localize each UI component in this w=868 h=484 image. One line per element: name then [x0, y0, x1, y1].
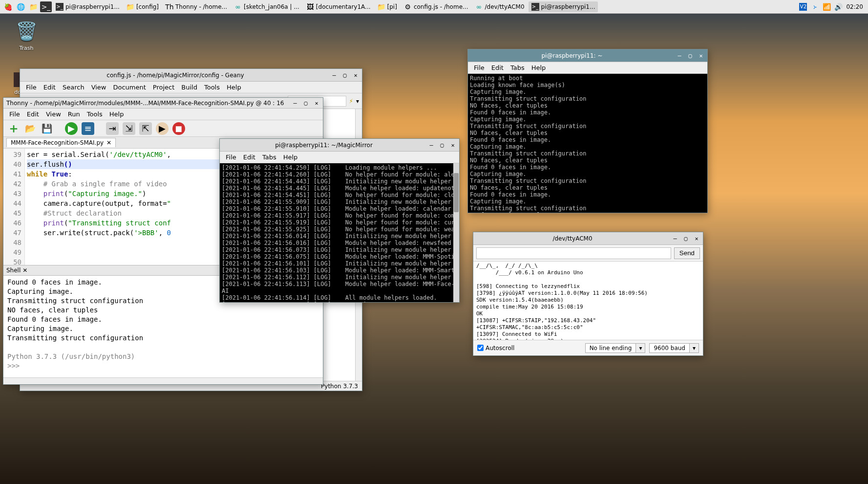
menu-search[interactable]: Search	[60, 83, 87, 92]
menu-help[interactable]: Help	[529, 63, 549, 72]
close-button[interactable]: ✕	[698, 52, 704, 59]
menu-project[interactable]: Project	[150, 83, 177, 92]
menu-edit[interactable]: Edit	[41, 83, 59, 92]
taskbar-item-geany[interactable]: ⚙ config.js - /home...	[401, 1, 471, 12]
taskbar-item-terminal-2[interactable]: >_ pi@raspberrypi1...	[529, 1, 598, 12]
close-tab-icon[interactable]: ✕	[22, 267, 27, 274]
menu-file[interactable]: File	[223, 153, 239, 162]
menu-edit[interactable]: Edit	[240, 153, 258, 162]
maximize-button[interactable]: ▢	[439, 142, 445, 149]
lightning-icon[interactable]: ⚡	[349, 98, 353, 105]
thonny-titlebar[interactable]: Thonny - /home/pi/MagicMirror/modules/MM…	[3, 98, 323, 109]
vnc-icon[interactable]: V2	[799, 3, 807, 11]
taskbar-item-pi-folder[interactable]: 📁 [pi]	[375, 1, 400, 12]
menu-help[interactable]: Help	[224, 83, 244, 92]
taskbar-item-label: /dev/ttyACM0	[485, 3, 524, 10]
minimize-button[interactable]: –	[292, 100, 298, 107]
serial-line-ending-select[interactable]: No line ending ▾	[585, 343, 646, 353]
bluetooth-icon[interactable]: ᚛	[811, 3, 819, 11]
close-button[interactable]: ✕	[313, 100, 320, 107]
serial-input[interactable]	[476, 247, 671, 259]
resume-icon[interactable]: ▶	[156, 122, 169, 135]
taskbar-item-config-folder[interactable]: 📁 [config]	[124, 1, 162, 12]
taskbar-item-terminal-1[interactable]: >_ pi@raspberrypi1...	[53, 1, 123, 12]
arduino-icon: ∞	[475, 3, 483, 11]
trash-icon[interactable]: 🗑️ Trash	[9, 20, 44, 51]
maximize-button[interactable]: ▢	[341, 72, 348, 79]
serial-autoscroll-checkbox[interactable]: Autoscroll	[477, 345, 514, 352]
step-out-icon[interactable]: ⇱	[139, 122, 152, 135]
minimize-button[interactable]: –	[676, 52, 683, 59]
terminal-magicmirror-window[interactable]: pi@raspberrypi11: ~/MagicMirror – ▢ ✕ Fi…	[219, 138, 460, 303]
clock[interactable]: 02:20	[846, 3, 863, 10]
arduino-serial-monitor-window[interactable]: /dev/ttyACM0 – ▢ ✕ Send /__/\_, /_/ /_/\…	[473, 232, 703, 356]
geany-titlebar[interactable]: config.js - /home/pi/MagicMirror/config …	[20, 69, 362, 82]
taskbar-item-serial-monitor[interactable]: ∞ /dev/ttyACM0	[472, 1, 527, 12]
wifi-icon[interactable]: 📶	[823, 3, 830, 11]
taskbar-item-thonny[interactable]: Th Thonny - /home...	[163, 1, 230, 12]
maximize-button[interactable]: ▢	[687, 52, 694, 59]
menu-tabs[interactable]: Tabs	[259, 153, 279, 162]
menu-file[interactable]: File	[6, 110, 23, 119]
taskbar-item-image[interactable]: 🖼 [documentary1A...	[303, 1, 374, 12]
menu-run[interactable]: Run	[65, 110, 83, 119]
chevron-down-icon[interactable]: ▾	[689, 344, 699, 352]
start-menu-icon[interactable]: 🍓	[2, 1, 14, 12]
terminal-1-scrollbar[interactable]	[453, 163, 459, 302]
volume-icon[interactable]: 🔊	[834, 3, 842, 11]
close-tab-icon[interactable]: ✕	[106, 139, 111, 146]
serial-body[interactable]: /__/\_, /_/ /_/\_\ /___/ v0.6.1 on Ardui…	[473, 262, 703, 340]
line-ending-value: No line ending	[586, 344, 636, 352]
new-file-icon[interactable]: ＋	[7, 122, 20, 135]
menu-edit[interactable]: Edit	[24, 110, 42, 119]
taskbar-item-label: pi@raspberrypi1...	[541, 3, 595, 10]
chevron-down-icon[interactable]: ▾	[635, 344, 645, 352]
menu-view[interactable]: View	[43, 110, 64, 119]
terminal-2-titlebar[interactable]: pi@raspberrypi11: ~ – ▢ ✕	[468, 49, 707, 62]
folder-icon: 📁	[378, 3, 385, 11]
close-button[interactable]: ✕	[449, 142, 456, 149]
terminal-home-window[interactable]: pi@raspberrypi11: ~ – ▢ ✕ File Edit Tabs…	[467, 49, 708, 213]
minimize-button[interactable]: –	[672, 235, 678, 242]
menu-document[interactable]: Document	[110, 83, 148, 92]
menu-help[interactable]: Help	[106, 110, 127, 119]
thonny-hscrollbar[interactable]	[3, 377, 323, 384]
terminal-2-body[interactable]: Running at boot Loading known face image…	[468, 74, 707, 213]
serial-baud-select[interactable]: 9600 baud ▾	[649, 343, 699, 353]
menu-tools[interactable]: Tools	[201, 83, 223, 92]
debug-icon[interactable]: ≡	[82, 122, 94, 135]
minimize-button[interactable]: –	[331, 72, 338, 79]
terminal-1-titlebar[interactable]: pi@raspberrypi11: ~/MagicMirror – ▢ ✕	[220, 139, 459, 152]
editor-tab-mmm-face[interactable]: MMM-Face-Recognition-SMAI.py ✕	[6, 138, 116, 147]
stop-icon[interactable]: ◼	[172, 122, 185, 135]
menu-help[interactable]: Help	[280, 153, 301, 162]
minimize-button[interactable]: –	[428, 142, 435, 149]
menu-edit[interactable]: Edit	[488, 63, 507, 72]
menu-view[interactable]: View	[88, 83, 109, 92]
file-manager-icon[interactable]: 📁	[27, 1, 39, 12]
terminal-1-body[interactable]: [2021-01-06 22:41:54.250] [LOG] Loading …	[220, 163, 459, 302]
save-file-icon[interactable]: 💾	[41, 122, 53, 135]
taskbar-item-arduino-sketch[interactable]: ∞ [sketch_jan06a | ...	[231, 1, 302, 12]
terminal-launcher-icon[interactable]: >_	[40, 1, 52, 12]
menu-file[interactable]: File	[471, 63, 487, 72]
autoscroll-check-icon[interactable]	[477, 345, 484, 351]
serial-send-button[interactable]: Send	[674, 247, 700, 259]
menu-file[interactable]: File	[23, 83, 40, 92]
folder-icon: 📁	[127, 3, 134, 11]
close-button[interactable]: ✕	[693, 235, 700, 242]
serial-titlebar[interactable]: /dev/ttyACM0 – ▢ ✕	[473, 232, 703, 245]
dropdown-icon[interactable]: ▾	[356, 98, 359, 105]
open-file-icon[interactable]: 📂	[24, 122, 37, 135]
menu-tools[interactable]: Tools	[84, 110, 106, 119]
step-over-icon[interactable]: ⇥	[106, 122, 119, 135]
baud-value: 9600 baud	[650, 344, 689, 352]
maximize-button[interactable]: ▢	[682, 235, 689, 242]
close-button[interactable]: ✕	[352, 72, 359, 79]
menu-tabs[interactable]: Tabs	[508, 63, 528, 72]
browser-icon[interactable]: 🌐	[15, 1, 26, 12]
maximize-button[interactable]: ▢	[302, 100, 309, 107]
run-icon[interactable]: ▶	[65, 122, 78, 135]
menu-build[interactable]: Build	[178, 83, 200, 92]
step-into-icon[interactable]: ⇲	[123, 122, 135, 135]
